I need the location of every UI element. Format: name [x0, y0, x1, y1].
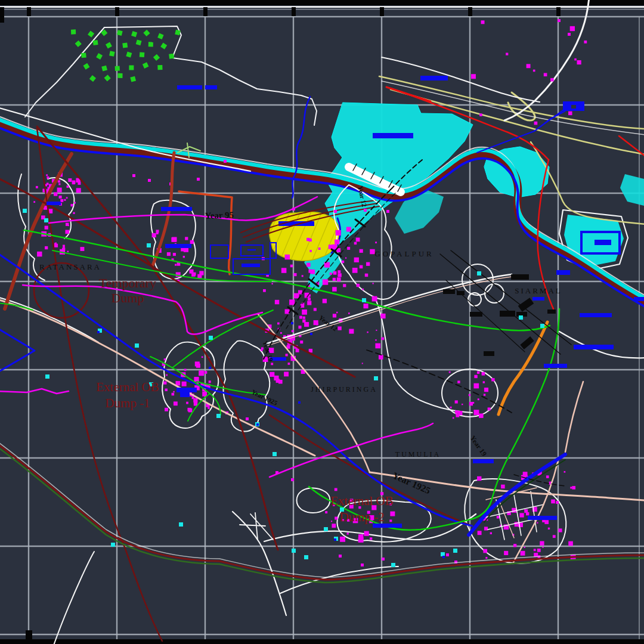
- building-block: [473, 383, 479, 389]
- building-block: [60, 199, 63, 202]
- building-block: [184, 369, 187, 371]
- building-block: [182, 382, 187, 386]
- building-block: [477, 476, 481, 481]
- building-block: [455, 400, 458, 403]
- survey-mark: [500, 311, 515, 317]
- building-block: [194, 377, 199, 382]
- survey-mark: [511, 274, 529, 280]
- blue-bar-symbol: [161, 207, 192, 211]
- building-block: [469, 402, 473, 405]
- building-block: [548, 528, 550, 530]
- building-block: [490, 532, 492, 534]
- grid-tick: [556, 7, 561, 16]
- building-block: [33, 201, 35, 203]
- building-block: [390, 512, 395, 516]
- building-block: [479, 113, 482, 116]
- building-block: [209, 380, 211, 383]
- pond-speck: [111, 543, 115, 547]
- building-block: [174, 401, 178, 405]
- pond-speck: [273, 452, 277, 456]
- building-block: [45, 226, 48, 230]
- map-canvas[interactable]: RATANSARAGOPALPURSIARMALJHIRPURINGATUMUL…: [0, 0, 644, 644]
- building-block: [58, 183, 60, 185]
- grid-tick: [27, 7, 31, 16]
- survey-mark: [457, 291, 465, 295]
- building-block: [173, 391, 174, 392]
- building-block: [68, 225, 69, 226]
- building-block: [263, 289, 266, 292]
- grid-tick: [292, 7, 296, 16]
- building-block: [542, 547, 543, 548]
- building-block: [370, 537, 372, 540]
- pond-speck: [179, 522, 183, 527]
- grid-tick: [380, 7, 384, 16]
- building-block: [70, 204, 73, 206]
- grid-tick: [468, 7, 472, 16]
- building-block: [389, 519, 392, 522]
- place-label-gopalpur: GOPALPUR: [374, 249, 434, 258]
- dump-label-temporary-dump: Dump: [112, 290, 144, 305]
- building-block: [330, 273, 332, 275]
- pond-speck: [540, 324, 544, 328]
- building-block: [281, 268, 287, 273]
- building-block: [164, 358, 166, 360]
- building-block: [584, 41, 587, 44]
- building-block: [275, 300, 279, 304]
- building-block: [167, 252, 171, 256]
- building-block: [551, 500, 555, 504]
- building-block: [537, 522, 538, 523]
- building-block: [372, 283, 373, 284]
- building-block: [497, 516, 499, 518]
- blue-bar-symbol: [528, 516, 557, 520]
- blue-bar-symbol: [242, 264, 260, 267]
- building-block: [362, 289, 364, 290]
- building-block: [501, 485, 505, 489]
- building-block: [506, 52, 508, 55]
- dump-label-external-ob-dump-1: External OB: [96, 380, 159, 394]
- building-block: [544, 73, 547, 76]
- building-block: [453, 417, 454, 419]
- building-block: [67, 251, 69, 253]
- building-block: [63, 247, 64, 249]
- building-block: [372, 296, 377, 302]
- building-block: [280, 332, 282, 334]
- building-block: [165, 408, 168, 411]
- blue-bar-symbol: [165, 244, 191, 248]
- building-block: [46, 174, 48, 176]
- building-block: [485, 557, 487, 559]
- building-block: [165, 389, 167, 391]
- building-block: [306, 263, 311, 267]
- pond-speck: [519, 315, 523, 320]
- tree-symbol-icon: [140, 52, 145, 57]
- building-block: [478, 531, 482, 535]
- building-block: [332, 524, 336, 528]
- building-block: [357, 284, 360, 287]
- building-block: [73, 212, 75, 214]
- building-block: [469, 394, 470, 396]
- blue-bar-symbol: [634, 297, 644, 301]
- tree-symbol-icon: [109, 51, 114, 56]
- cad-map-viewport[interactable]: RATANSARAGOPALPURSIARMALJHIRPURINGATUMUL…: [0, 0, 644, 644]
- blue-bar-symbol: [373, 524, 402, 528]
- building-block: [340, 537, 345, 542]
- building-block: [190, 240, 194, 244]
- building-block: [58, 180, 60, 182]
- building-block: [183, 256, 185, 258]
- building-block: [298, 326, 301, 329]
- building-block: [524, 547, 525, 548]
- building-block: [455, 410, 459, 414]
- building-block: [37, 252, 42, 256]
- building-block: [197, 274, 202, 278]
- tree-symbol-icon: [115, 66, 120, 71]
- building-block: [65, 230, 69, 234]
- building-block: [347, 247, 350, 250]
- building-block: [325, 511, 327, 513]
- building-block: [484, 394, 485, 395]
- survey-mark: [484, 351, 494, 356]
- building-block: [523, 472, 528, 476]
- building-block: [348, 312, 350, 314]
- building-block: [473, 410, 479, 415]
- building-block: [285, 255, 290, 260]
- building-block: [376, 330, 377, 331]
- building-block: [189, 270, 193, 274]
